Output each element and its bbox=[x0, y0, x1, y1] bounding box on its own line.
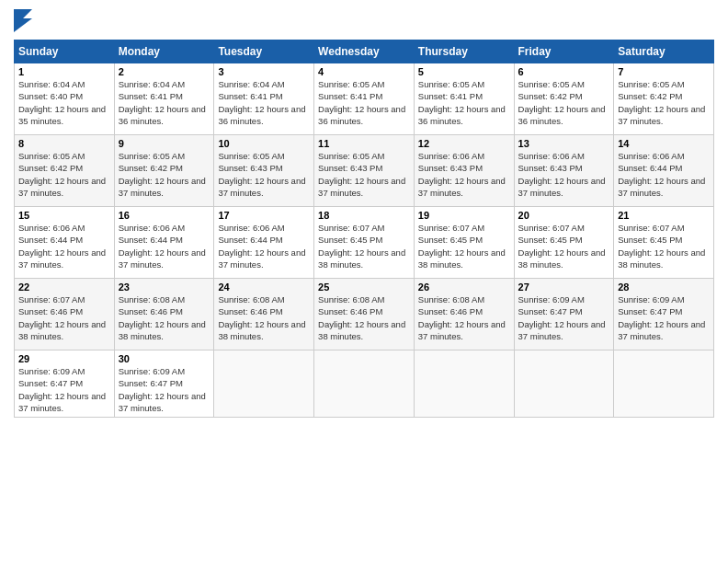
calendar-day-cell: 26 Sunrise: 6:08 AMSunset: 6:46 PMDaylig… bbox=[414, 279, 514, 350]
day-number: 24 bbox=[218, 282, 310, 293]
day-number: 11 bbox=[318, 138, 410, 149]
calendar-header-thursday: Thursday bbox=[414, 40, 514, 63]
calendar-empty-cell bbox=[214, 350, 314, 418]
day-info: Sunrise: 6:09 AMSunset: 6:47 PMDaylight:… bbox=[618, 294, 705, 341]
day-info: Sunrise: 6:05 AMSunset: 6:41 PMDaylight:… bbox=[318, 79, 405, 126]
day-info: Sunrise: 6:07 AMSunset: 6:45 PMDaylight:… bbox=[618, 223, 705, 270]
calendar-day-cell: 3 Sunrise: 6:04 AMSunset: 6:41 PMDayligh… bbox=[214, 63, 314, 135]
day-info: Sunrise: 6:05 AMSunset: 6:42 PMDaylight:… bbox=[518, 79, 606, 126]
day-info: Sunrise: 6:08 AMSunset: 6:46 PMDaylight:… bbox=[418, 294, 506, 341]
calendar-day-cell: 8 Sunrise: 6:05 AMSunset: 6:42 PMDayligh… bbox=[15, 135, 115, 207]
day-info: Sunrise: 6:09 AMSunset: 6:47 PMDaylight:… bbox=[18, 366, 106, 413]
day-number: 25 bbox=[318, 282, 410, 293]
day-info: Sunrise: 6:05 AMSunset: 6:42 PMDaylight:… bbox=[119, 151, 206, 198]
day-info: Sunrise: 6:05 AMSunset: 6:42 PMDaylight:… bbox=[18, 151, 106, 198]
calendar-day-cell: 18 Sunrise: 6:07 AMSunset: 6:45 PMDaylig… bbox=[314, 207, 415, 279]
calendar-day-cell: 1 Sunrise: 6:04 AMSunset: 6:40 PMDayligh… bbox=[15, 63, 115, 135]
day-number: 23 bbox=[119, 282, 210, 293]
day-info: Sunrise: 6:06 AMSunset: 6:44 PMDaylight:… bbox=[618, 151, 705, 198]
day-info: Sunrise: 6:09 AMSunset: 6:47 PMDaylight:… bbox=[119, 366, 206, 413]
calendar-day-cell: 7 Sunrise: 6:05 AMSunset: 6:42 PMDayligh… bbox=[614, 63, 714, 135]
day-info: Sunrise: 6:04 AMSunset: 6:41 PMDaylight:… bbox=[119, 79, 206, 126]
calendar-day-cell: 28 Sunrise: 6:09 AMSunset: 6:47 PMDaylig… bbox=[614, 279, 714, 350]
calendar-empty-cell bbox=[314, 350, 415, 418]
day-number: 27 bbox=[518, 282, 610, 293]
day-info: Sunrise: 6:06 AMSunset: 6:43 PMDaylight:… bbox=[518, 151, 606, 198]
day-info: Sunrise: 6:08 AMSunset: 6:46 PMDaylight:… bbox=[318, 294, 405, 341]
calendar-day-cell: 10 Sunrise: 6:05 AMSunset: 6:43 PMDaylig… bbox=[214, 135, 314, 207]
day-info: Sunrise: 6:04 AMSunset: 6:41 PMDaylight:… bbox=[218, 79, 305, 126]
calendar-day-cell: 29 Sunrise: 6:09 AMSunset: 6:47 PMDaylig… bbox=[15, 350, 115, 418]
day-number: 14 bbox=[618, 138, 710, 149]
day-info: Sunrise: 6:07 AMSunset: 6:45 PMDaylight:… bbox=[318, 223, 405, 270]
calendar-day-cell: 19 Sunrise: 6:07 AMSunset: 6:45 PMDaylig… bbox=[414, 207, 514, 279]
day-info: Sunrise: 6:04 AMSunset: 6:40 PMDaylight:… bbox=[18, 79, 106, 126]
calendar-day-cell: 15 Sunrise: 6:06 AMSunset: 6:44 PMDaylig… bbox=[15, 207, 115, 279]
day-number: 5 bbox=[418, 66, 510, 77]
calendar-empty-cell bbox=[514, 350, 614, 418]
calendar-day-cell: 30 Sunrise: 6:09 AMSunset: 6:47 PMDaylig… bbox=[114, 350, 214, 418]
calendar-week-row: 29 Sunrise: 6:09 AMSunset: 6:47 PMDaylig… bbox=[15, 350, 714, 418]
calendar-week-row: 8 Sunrise: 6:05 AMSunset: 6:42 PMDayligh… bbox=[15, 135, 714, 207]
calendar-day-cell: 11 Sunrise: 6:05 AMSunset: 6:43 PMDaylig… bbox=[314, 135, 415, 207]
calendar-day-cell: 20 Sunrise: 6:07 AMSunset: 6:45 PMDaylig… bbox=[514, 207, 614, 279]
day-number: 1 bbox=[18, 66, 110, 77]
day-number: 21 bbox=[618, 210, 710, 221]
day-info: Sunrise: 6:07 AMSunset: 6:45 PMDaylight:… bbox=[418, 223, 506, 270]
day-number: 13 bbox=[518, 138, 610, 149]
day-number: 22 bbox=[18, 282, 110, 293]
day-number: 26 bbox=[418, 282, 510, 293]
calendar-week-row: 22 Sunrise: 6:07 AMSunset: 6:46 PMDaylig… bbox=[15, 279, 714, 350]
day-number: 29 bbox=[18, 353, 110, 364]
calendar-header-monday: Monday bbox=[114, 40, 214, 63]
day-info: Sunrise: 6:05 AMSunset: 6:42 PMDaylight:… bbox=[618, 79, 705, 126]
calendar-header-tuesday: Tuesday bbox=[214, 40, 314, 63]
day-number: 10 bbox=[218, 138, 310, 149]
day-number: 30 bbox=[119, 353, 210, 364]
calendar-day-cell: 25 Sunrise: 6:08 AMSunset: 6:46 PMDaylig… bbox=[314, 279, 415, 350]
logo bbox=[14, 9, 34, 32]
day-info: Sunrise: 6:07 AMSunset: 6:45 PMDaylight:… bbox=[518, 223, 606, 270]
day-number: 19 bbox=[418, 210, 510, 221]
day-info: Sunrise: 6:08 AMSunset: 6:46 PMDaylight:… bbox=[218, 294, 305, 341]
calendar-day-cell: 13 Sunrise: 6:06 AMSunset: 6:43 PMDaylig… bbox=[514, 135, 614, 207]
calendar-table: SundayMondayTuesdayWednesdayThursdayFrid… bbox=[14, 40, 714, 418]
calendar-header-sunday: Sunday bbox=[15, 40, 115, 63]
calendar-day-cell: 6 Sunrise: 6:05 AMSunset: 6:42 PMDayligh… bbox=[514, 63, 614, 135]
day-number: 9 bbox=[119, 138, 210, 149]
calendar-day-cell: 2 Sunrise: 6:04 AMSunset: 6:41 PMDayligh… bbox=[114, 63, 214, 135]
page-header bbox=[14, 9, 714, 32]
calendar-day-cell: 23 Sunrise: 6:08 AMSunset: 6:46 PMDaylig… bbox=[114, 279, 214, 350]
calendar-day-cell: 9 Sunrise: 6:05 AMSunset: 6:42 PMDayligh… bbox=[114, 135, 214, 207]
day-number: 2 bbox=[119, 66, 210, 77]
day-info: Sunrise: 6:06 AMSunset: 6:43 PMDaylight:… bbox=[418, 151, 506, 198]
calendar-day-cell: 21 Sunrise: 6:07 AMSunset: 6:45 PMDaylig… bbox=[614, 207, 714, 279]
calendar-day-cell: 17 Sunrise: 6:06 AMSunset: 6:44 PMDaylig… bbox=[214, 207, 314, 279]
calendar-empty-cell bbox=[614, 350, 714, 418]
day-info: Sunrise: 6:05 AMSunset: 6:43 PMDaylight:… bbox=[318, 151, 405, 198]
day-info: Sunrise: 6:08 AMSunset: 6:46 PMDaylight:… bbox=[119, 294, 206, 341]
day-info: Sunrise: 6:06 AMSunset: 6:44 PMDaylight:… bbox=[218, 223, 305, 270]
day-info: Sunrise: 6:09 AMSunset: 6:47 PMDaylight:… bbox=[518, 294, 606, 341]
day-number: 6 bbox=[518, 66, 610, 77]
calendar-day-cell: 12 Sunrise: 6:06 AMSunset: 6:43 PMDaylig… bbox=[414, 135, 514, 207]
calendar-week-row: 1 Sunrise: 6:04 AMSunset: 6:40 PMDayligh… bbox=[15, 63, 714, 135]
day-number: 20 bbox=[518, 210, 610, 221]
calendar-day-cell: 22 Sunrise: 6:07 AMSunset: 6:46 PMDaylig… bbox=[15, 279, 115, 350]
calendar-day-cell: 5 Sunrise: 6:05 AMSunset: 6:41 PMDayligh… bbox=[414, 63, 514, 135]
day-number: 7 bbox=[618, 66, 710, 77]
day-number: 3 bbox=[218, 66, 310, 77]
calendar-header-wednesday: Wednesday bbox=[314, 40, 415, 63]
day-number: 28 bbox=[618, 282, 710, 293]
calendar-header-row: SundayMondayTuesdayWednesdayThursdayFrid… bbox=[15, 40, 714, 63]
day-info: Sunrise: 6:07 AMSunset: 6:46 PMDaylight:… bbox=[18, 294, 106, 341]
day-number: 16 bbox=[119, 210, 210, 221]
calendar-header-friday: Friday bbox=[514, 40, 614, 63]
day-number: 17 bbox=[218, 210, 310, 221]
calendar-day-cell: 27 Sunrise: 6:09 AMSunset: 6:47 PMDaylig… bbox=[514, 279, 614, 350]
day-number: 18 bbox=[318, 210, 410, 221]
calendar-page: SundayMondayTuesdayWednesdayThursdayFrid… bbox=[0, 0, 728, 563]
day-info: Sunrise: 6:06 AMSunset: 6:44 PMDaylight:… bbox=[18, 223, 106, 270]
calendar-day-cell: 24 Sunrise: 6:08 AMSunset: 6:46 PMDaylig… bbox=[214, 279, 314, 350]
calendar-week-row: 15 Sunrise: 6:06 AMSunset: 6:44 PMDaylig… bbox=[15, 207, 714, 279]
